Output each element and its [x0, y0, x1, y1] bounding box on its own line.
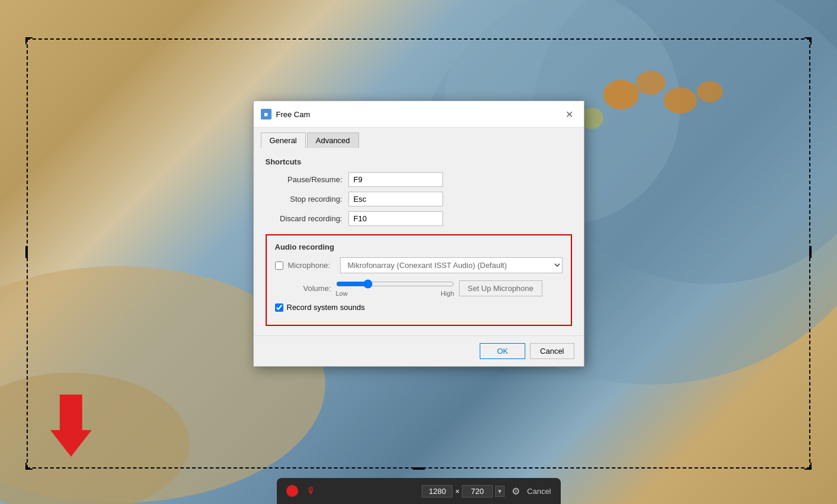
app-icon: ■	[261, 109, 272, 119]
pause-input[interactable]	[348, 172, 443, 187]
size-dropdown-button[interactable]: ▾	[495, 486, 505, 497]
volume-labels: Low High	[336, 290, 454, 297]
height-input[interactable]	[462, 485, 493, 497]
ok-button[interactable]: OK	[480, 343, 525, 359]
cancel-button[interactable]: Cancel	[530, 343, 574, 359]
pause-label: Pause/Resume:	[266, 175, 348, 184]
stop-input[interactable]	[348, 192, 443, 206]
shortcut-row-stop: Stop recording:	[266, 192, 572, 206]
size-separator: ×	[455, 487, 460, 496]
dialog-tabs: General Advanced	[254, 128, 584, 148]
microphone-label: Microphone:	[288, 261, 335, 270]
mic-button[interactable]: 🎙	[305, 485, 317, 497]
system-sounds-label[interactable]: Record system sounds	[275, 303, 365, 312]
freecam-dialog: ■ Free Cam ✕ General Advanced Shortcuts …	[253, 101, 584, 367]
toolbar: 🎙 × ▾ ⚙ Cancel	[277, 478, 561, 504]
record-system-sounds-text: Record system sounds	[287, 303, 365, 312]
tab-advanced[interactable]: Advanced	[307, 133, 359, 148]
audio-section-title: Audio recording	[275, 243, 563, 251]
dialog-titlebar: ■ Free Cam ✕	[254, 101, 584, 128]
discard-input[interactable]	[348, 211, 443, 226]
record-button[interactable]	[286, 485, 298, 497]
microphone-dropdown[interactable]: Mikrofonarray (Conexant ISST Audio) (Def…	[340, 257, 563, 273]
volume-slider[interactable]	[336, 279, 454, 289]
app-icon-label: ■	[264, 111, 268, 118]
audio-recording-section: Audio recording Microphone: Mikrofonarra…	[266, 234, 572, 326]
volume-high-label: High	[441, 290, 454, 297]
tab-general[interactable]: General	[261, 133, 306, 148]
volume-slider-container: Low High	[336, 279, 454, 297]
discard-label: Discard recording:	[266, 214, 348, 223]
volume-low-label: Low	[336, 290, 348, 297]
close-button[interactable]: ✕	[563, 107, 577, 121]
microphone-row: Microphone: Mikrofonarray (Conexant ISST…	[275, 257, 563, 273]
dialog-footer: OK Cancel	[254, 335, 584, 366]
volume-row: Volume: Low High Set Up Microphone	[275, 279, 563, 297]
shortcut-row-pause: Pause/Resume:	[266, 172, 572, 187]
volume-label: Volume:	[275, 284, 331, 293]
dialog-title: Free Cam	[276, 110, 558, 119]
microphone-checkbox[interactable]	[275, 261, 283, 270]
size-display: × ▾	[422, 485, 505, 497]
mic-icon: 🎙	[306, 486, 316, 496]
dialog-overlay: ■ Free Cam ✕ General Advanced Shortcuts …	[0, 0, 837, 504]
settings-button[interactable]: ⚙	[512, 486, 520, 497]
shortcuts-title: Shortcuts	[266, 157, 572, 166]
system-sounds-row: Record system sounds	[275, 303, 563, 312]
width-input[interactable]	[422, 485, 453, 497]
shortcut-row-discard: Discard recording:	[266, 211, 572, 226]
dialog-content: Shortcuts Pause/Resume: Stop recording: …	[254, 148, 584, 335]
record-system-sounds-checkbox[interactable]	[275, 303, 283, 312]
stop-label: Stop recording:	[266, 195, 348, 203]
setup-microphone-button[interactable]: Set Up Microphone	[459, 280, 542, 296]
cancel-button[interactable]: Cancel	[527, 487, 551, 496]
